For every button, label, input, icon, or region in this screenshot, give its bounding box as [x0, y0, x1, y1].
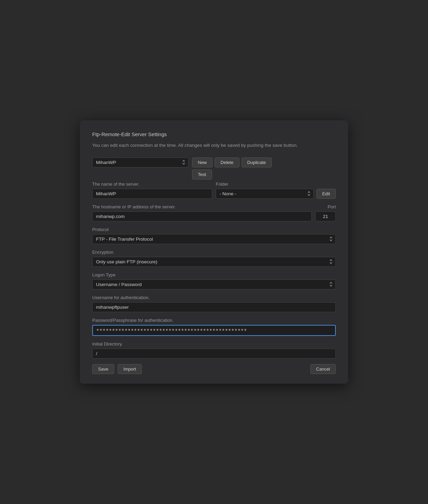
encryption-select[interactable]: Only use plain FTP (insecure)	[92, 257, 336, 267]
import-button[interactable]: Import	[118, 364, 142, 374]
port-label: Port	[315, 204, 336, 209]
password-label: Password/Passphrase for authentication.	[92, 318, 336, 323]
hostname-input[interactable]	[92, 211, 312, 221]
server-select[interactable]: MihanWP	[92, 157, 189, 167]
edit-button[interactable]: Edit	[317, 189, 336, 199]
folder-label: Folder	[216, 182, 336, 187]
test-button[interactable]: Test	[192, 169, 212, 179]
footer: Save Import Cancel	[92, 364, 336, 374]
server-settings-dialog: Ftp-Remote-Edit Server Settings You can …	[80, 120, 348, 383]
encryption-label: Encryption	[92, 250, 336, 255]
logon-type-label: Logon Type	[92, 272, 336, 277]
protocol-select[interactable]: FTP - File Transfer Protocol	[92, 234, 336, 244]
save-button[interactable]: Save	[92, 364, 114, 374]
protocol-label: Protocol	[92, 227, 336, 232]
server-name-input[interactable]	[92, 189, 212, 199]
cancel-button[interactable]: Cancel	[310, 364, 336, 374]
username-label: Username for authentication.	[92, 295, 336, 300]
initial-dir-input[interactable]	[92, 349, 336, 359]
port-input[interactable]	[315, 211, 336, 221]
username-input[interactable]	[92, 302, 336, 312]
server-name-label: The name of the server.	[92, 182, 212, 187]
hostname-label: The hostname or IP address of the server…	[92, 204, 312, 209]
folder-select[interactable]: - None -	[216, 189, 314, 199]
new-button[interactable]: New	[192, 157, 213, 167]
duplicate-button[interactable]: Duplicate	[242, 157, 272, 167]
logon-type-select[interactable]: Username / Password	[92, 280, 336, 289]
delete-button[interactable]: Delete	[215, 157, 239, 167]
dialog-title: Ftp-Remote-Edit Server Settings	[92, 131, 336, 137]
password-input[interactable]	[92, 325, 336, 336]
initial-dir-label: Initial Directory.	[92, 341, 336, 347]
dialog-description: You can edit each connection at the time…	[92, 142, 336, 149]
